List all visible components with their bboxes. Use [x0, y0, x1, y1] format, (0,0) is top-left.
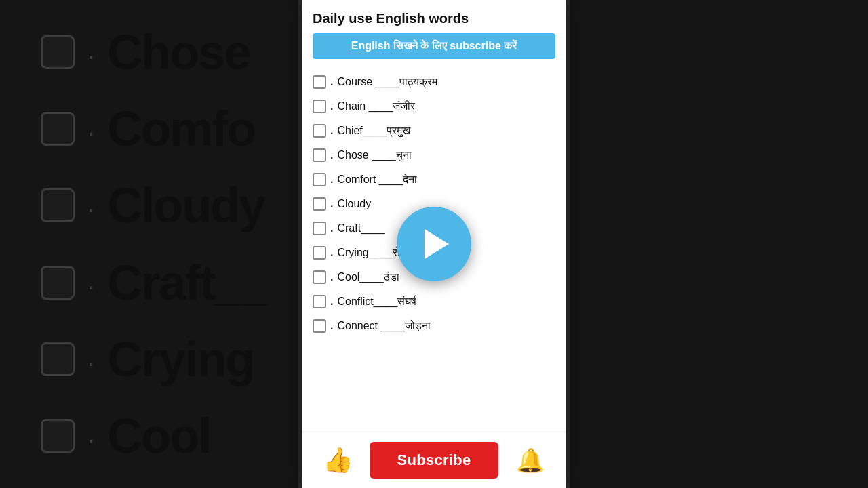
word-dot-8: .: [330, 247, 333, 259]
word-text-11: Connect ____जोड़ना: [337, 320, 431, 332]
overlay-left: [0, 0, 298, 488]
list-item: . Connect ____जोड़ना: [302, 314, 566, 338]
word-dot-4: .: [330, 149, 333, 161]
word-text-3: Chief____प्रमुख: [337, 125, 410, 137]
overlay-right: [570, 0, 868, 488]
word-dot-3: .: [330, 125, 333, 137]
list-item: . Chain ____जंजीर: [302, 94, 566, 119]
subscribe-button[interactable]: Subscribe: [370, 442, 498, 479]
word-checkbox-11[interactable]: [313, 319, 326, 333]
word-checkbox-9[interactable]: [313, 270, 326, 284]
card-footer: 👍 Subscribe 🔔: [302, 432, 566, 488]
like-icon: 👍: [323, 446, 353, 474]
word-dot-7: .: [330, 222, 333, 235]
word-dot-9: .: [330, 271, 333, 283]
word-text-5: Comfort ____देना: [337, 174, 417, 186]
subscribe-banner[interactable]: English सिखने के लिए subscribe करें: [313, 33, 555, 59]
word-text-9: Cool____ठंडा: [337, 271, 399, 283]
list-item: . Course ____पाठ्यक्रम: [302, 70, 566, 94]
list-item: . Comfort ____देना: [302, 167, 566, 192]
word-checkbox-6[interactable]: [313, 197, 326, 211]
card-header: Daily use English words English सिखने के…: [302, 0, 566, 67]
word-checkbox-1[interactable]: [313, 75, 326, 89]
word-dot-10: .: [330, 296, 333, 308]
list-item: . Chief____प्रमुख: [302, 119, 566, 143]
play-triangle-icon: [425, 229, 449, 259]
word-checkbox-2[interactable]: [313, 100, 326, 113]
bell-icon: 🔔: [516, 447, 545, 474]
like-button[interactable]: 👍: [319, 443, 357, 478]
word-dot-5: .: [330, 174, 333, 186]
word-checkbox-10[interactable]: [313, 295, 326, 308]
word-dot-11: .: [330, 320, 333, 332]
word-checkbox-5[interactable]: [313, 173, 326, 186]
word-text-2: Chain ____जंजीर: [337, 100, 415, 113]
word-checkbox-7[interactable]: [313, 222, 326, 235]
play-circle: [397, 207, 471, 281]
bell-button[interactable]: 🔔: [511, 443, 549, 478]
word-checkbox-8[interactable]: [313, 246, 326, 260]
word-text-10: Conflict____संघर्ष: [337, 296, 416, 308]
word-text-4: Chose ____चुना: [337, 149, 411, 161]
word-dot-2: .: [330, 100, 333, 113]
list-item: . Chose ____चुना: [302, 143, 566, 167]
word-checkbox-4[interactable]: [313, 148, 326, 162]
word-dot-1: .: [330, 76, 333, 88]
word-text-1: Course ____पाठ्यक्रम: [337, 76, 437, 88]
play-button[interactable]: [397, 207, 471, 281]
word-text-7: Craft____: [337, 222, 384, 235]
card-title: Daily use English words: [313, 11, 555, 26]
word-dot-6: .: [330, 198, 333, 210]
list-item: . Conflict____संघर्ष: [302, 289, 566, 314]
word-text-6: Cloudy: [337, 198, 371, 210]
word-checkbox-3[interactable]: [313, 124, 326, 138]
